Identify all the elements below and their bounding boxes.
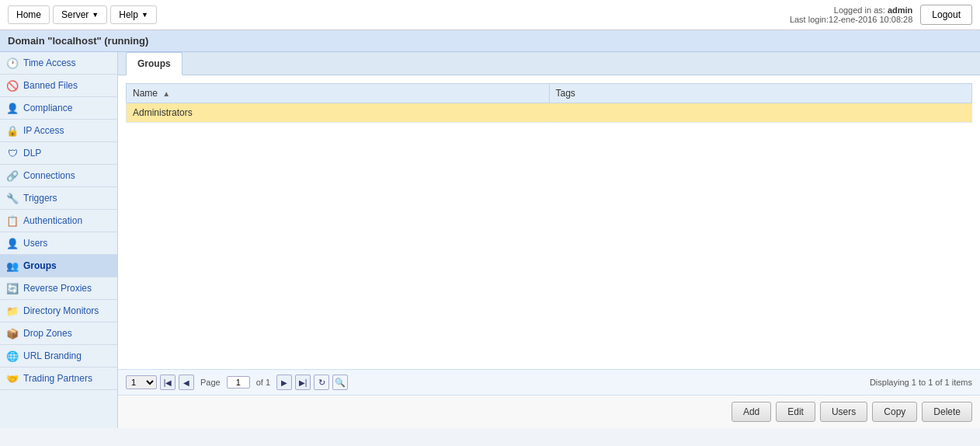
groups-icon: 👥 <box>6 260 19 272</box>
sidebar-item-groups[interactable]: 👥 Groups <box>0 255 117 277</box>
domain-header: Domain "localhost" (running) <box>0 30 980 52</box>
sidebar-label-ip-access: IP Access <box>23 125 64 136</box>
sidebar: 🕐 Time Access 🚫 Banned Files 👤 Complianc… <box>0 52 118 428</box>
sidebar-item-authentication[interactable]: 📋 Authentication <box>0 210 117 232</box>
edit-button[interactable]: Edit <box>776 402 815 422</box>
column-tags-label: Tags <box>556 88 575 99</box>
sidebar-label-reverse-proxies: Reverse Proxies <box>23 283 92 294</box>
sidebar-label-drop-zones: Drop Zones <box>23 328 72 339</box>
tab-bar: Groups <box>118 52 980 75</box>
url-branding-icon: 🌐 <box>6 350 19 362</box>
sidebar-label-url-branding: URL Branding <box>23 350 82 361</box>
home-button[interactable]: Home <box>8 5 50 24</box>
search-button[interactable]: 🔍 <box>332 375 348 390</box>
sidebar-item-time-access[interactable]: 🕐 Time Access <box>0 52 117 75</box>
sidebar-item-url-branding[interactable]: 🌐 URL Branding <box>0 345 117 368</box>
table-container: Name ▲ Tags Administrators <box>118 75 980 369</box>
sidebar-label-directory-monitors: Directory Monitors <box>23 305 99 316</box>
logged-in-prefix: Logged in as: <box>834 5 888 15</box>
user-area: Logged in as: admin Last login:12-ene-20… <box>790 5 972 25</box>
total-pages-text: of 1 <box>256 378 270 387</box>
first-page-button[interactable]: |◀ <box>160 375 175 390</box>
cell-tags <box>549 103 972 123</box>
sidebar-label-compliance: Compliance <box>23 103 72 113</box>
prev-page-button[interactable]: ◀ <box>179 375 194 390</box>
sidebar-item-triggers[interactable]: 🔧 Triggers <box>0 187 117 210</box>
sidebar-item-drop-zones[interactable]: 📦 Drop Zones <box>0 322 117 345</box>
table-header-row: Name ▲ Tags <box>127 84 972 103</box>
main-layout: 🕐 Time Access 🚫 Banned Files 👤 Complianc… <box>0 52 980 428</box>
groups-table: Name ▲ Tags Administrators <box>126 83 972 123</box>
help-label: Help <box>119 9 138 20</box>
page-size-select[interactable]: 1 25 50 <box>126 375 157 389</box>
display-info: Displaying 1 to 1 of 1 items <box>870 378 972 387</box>
sidebar-label-dlp: DLP <box>23 148 41 159</box>
connections-icon: 🔗 <box>6 169 19 182</box>
action-bar: Add Edit Users Copy Delete <box>118 395 980 428</box>
add-button[interactable]: Add <box>732 402 771 422</box>
authentication-icon: 📋 <box>6 214 19 227</box>
column-name-label: Name <box>133 88 158 99</box>
cell-name: Administrators <box>127 103 550 123</box>
sidebar-label-triggers: Triggers <box>23 193 57 204</box>
sidebar-item-compliance[interactable]: 👤 Compliance <box>0 97 117 120</box>
next-page-button[interactable]: ▶ <box>276 375 292 390</box>
top-bar: Home Server ▼ Help ▼ Logged in as: admin… <box>0 0 980 30</box>
refresh-button[interactable]: ↻ <box>314 375 329 390</box>
sidebar-label-authentication: Authentication <box>23 215 82 226</box>
sidebar-item-dlp[interactable]: 🛡 DLP <box>0 142 117 165</box>
dlp-icon: 🛡 <box>6 147 19 159</box>
server-chevron-icon: ▼ <box>92 11 99 19</box>
content-area: Groups Name ▲ Tags <box>118 52 980 428</box>
server-label: Server <box>61 9 89 20</box>
logout-button[interactable]: Logout <box>920 5 972 25</box>
username-text: admin <box>888 5 912 15</box>
help-button[interactable]: Help ▼ <box>110 5 157 24</box>
last-login-value: 12-ene-2016 10:08:28 <box>829 15 912 24</box>
copy-button[interactable]: Copy <box>872 402 917 422</box>
triggers-icon: 🔧 <box>6 192 19 204</box>
help-chevron-icon: ▼ <box>141 11 148 19</box>
sort-asc-icon: ▲ <box>162 89 170 98</box>
page-number-input[interactable] <box>227 376 250 389</box>
sidebar-label-connections: Connections <box>23 170 75 181</box>
nav-area: Home Server ▼ Help ▼ <box>8 5 157 24</box>
last-login-text: Last login:12-ene-2016 10:08:28 <box>790 15 912 24</box>
column-tags[interactable]: Tags <box>549 84 972 103</box>
ip-access-icon: 🔒 <box>6 124 19 137</box>
users-icon: 👤 <box>6 237 19 249</box>
delete-button[interactable]: Delete <box>922 402 972 422</box>
drop-zones-icon: 📦 <box>6 327 19 340</box>
sidebar-item-users[interactable]: 👤 Users <box>0 232 117 255</box>
trading-partners-icon: 🤝 <box>6 372 19 385</box>
reverse-proxies-icon: 🔄 <box>6 282 19 294</box>
sidebar-label-groups: Groups <box>23 260 57 271</box>
tab-groups[interactable]: Groups <box>126 52 182 75</box>
sidebar-item-reverse-proxies[interactable]: 🔄 Reverse Proxies <box>0 277 117 300</box>
compliance-icon: 👤 <box>6 102 19 114</box>
login-info: Logged in as: admin Last login:12-ene-20… <box>790 5 912 24</box>
logged-in-text: Logged in as: admin <box>790 5 912 15</box>
sidebar-item-trading-partners[interactable]: 🤝 Trading Partners <box>0 368 117 390</box>
sidebar-label-trading-partners: Trading Partners <box>23 373 92 384</box>
sidebar-item-directory-monitors[interactable]: 📁 Directory Monitors <box>0 300 117 322</box>
sidebar-label-time-access: Time Access <box>23 57 76 68</box>
clock-icon: 🕐 <box>6 57 19 69</box>
last-page-button[interactable]: ▶| <box>295 375 311 390</box>
users-button[interactable]: Users <box>820 402 867 422</box>
directory-monitors-icon: 📁 <box>6 305 19 317</box>
sidebar-item-ip-access[interactable]: 🔒 IP Access <box>0 120 117 142</box>
home-label: Home <box>16 9 41 20</box>
table-row[interactable]: Administrators <box>127 103 972 123</box>
sidebar-item-banned-files[interactable]: 🚫 Banned Files <box>0 75 117 97</box>
banned-icon: 🚫 <box>6 79 19 92</box>
server-button[interactable]: Server ▼ <box>53 5 107 24</box>
column-name[interactable]: Name ▲ <box>127 84 550 103</box>
sidebar-item-connections[interactable]: 🔗 Connections <box>0 165 117 187</box>
last-login-label: Last login: <box>790 15 829 24</box>
pagination-bar: 1 25 50 |◀ ◀ Page of 1 ▶ ▶| ↻ 🔍 Displayi… <box>118 369 980 395</box>
sidebar-label-users: Users <box>23 238 47 249</box>
page-text: Page <box>200 378 221 387</box>
sidebar-label-banned-files: Banned Files <box>23 80 78 91</box>
